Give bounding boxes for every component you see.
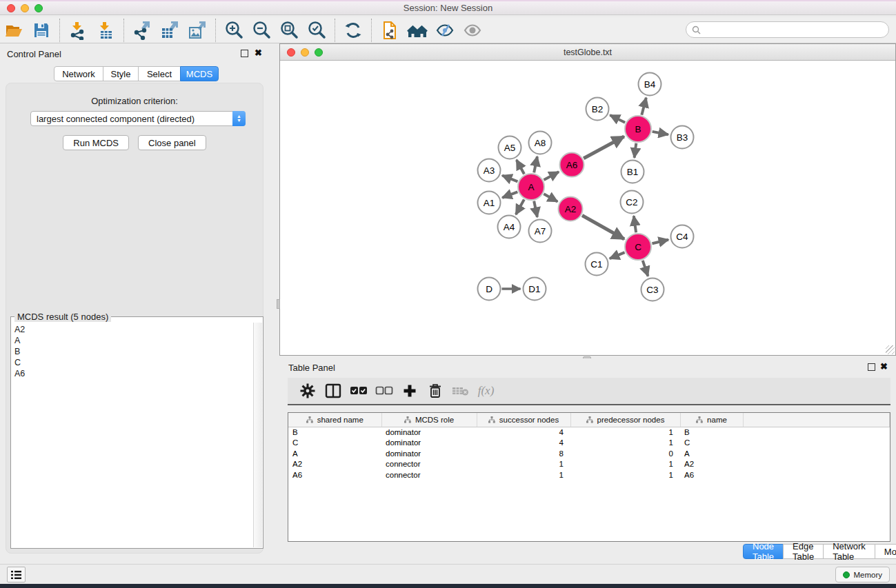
show-columns-button[interactable] bbox=[320, 381, 346, 401]
add-column-button[interactable] bbox=[397, 381, 422, 401]
table-row[interactable]: Adominator80A bbox=[288, 448, 890, 459]
show-graphics-details-button[interactable] bbox=[431, 19, 459, 41]
graph-edge-C-C1[interactable] bbox=[610, 252, 625, 258]
graph-node-A6[interactable]: A6 bbox=[560, 153, 584, 177]
cell-predecessor-nodes[interactable]: 1 bbox=[570, 438, 680, 449]
cell-shared-name[interactable]: A bbox=[288, 448, 381, 459]
close-panel-button[interactable]: Close panel bbox=[138, 135, 206, 150]
split-divider-grip[interactable] bbox=[277, 299, 280, 309]
table-row[interactable]: Cdominator41C bbox=[288, 438, 890, 449]
cell-MCDS-role[interactable]: dominator bbox=[381, 427, 477, 438]
network-graph[interactable]: B4B2BB3A8A5A6A3B1AC2A1A2A4A7C4CC1DD1C3 bbox=[280, 61, 895, 355]
cell-shared-name[interactable]: A2 bbox=[288, 459, 381, 470]
graph-node-B3[interactable]: B3 bbox=[671, 126, 694, 149]
mcds-result-item[interactable]: B bbox=[12, 346, 252, 357]
cell-shared-name[interactable]: B bbox=[288, 427, 381, 438]
cell-successor-nodes[interactable]: 1 bbox=[477, 459, 570, 470]
graph-node-B[interactable]: B bbox=[625, 116, 651, 142]
node-table[interactable]: shared nameMCDS rolesuccessor nodesprede… bbox=[288, 412, 890, 542]
graph-node-B2[interactable]: B2 bbox=[586, 98, 609, 121]
import-table-button[interactable] bbox=[92, 19, 119, 41]
select-all-columns-button[interactable] bbox=[346, 381, 371, 401]
column-header-shared-name[interactable]: shared name bbox=[288, 413, 381, 427]
close-table-panel-icon[interactable]: ✖ bbox=[880, 361, 888, 372]
mcds-result-item[interactable]: A6 bbox=[12, 368, 252, 379]
search-field[interactable] bbox=[686, 21, 889, 38]
cell-name[interactable]: A6 bbox=[680, 469, 743, 480]
graph-node-A8[interactable]: A8 bbox=[529, 132, 552, 154]
graph-edge-C-C3[interactable] bbox=[643, 261, 648, 276]
cell-MCDS-role[interactable]: dominator bbox=[381, 448, 477, 459]
graph-edge-B-B4[interactable] bbox=[641, 98, 646, 115]
tab-edge-table[interactable]: Edge Table bbox=[783, 544, 824, 559]
graph-node-A4[interactable]: A4 bbox=[498, 216, 521, 239]
cell-name[interactable]: C bbox=[680, 438, 743, 449]
run-mcds-button[interactable]: Run MCDS bbox=[63, 135, 129, 150]
cell-predecessor-nodes[interactable]: 1 bbox=[570, 469, 680, 480]
table-settings-button[interactable] bbox=[295, 381, 320, 401]
graph-edge-A-A5[interactable] bbox=[517, 160, 524, 174]
zoom-in-button[interactable] bbox=[220, 19, 248, 41]
network-window-titlebar[interactable]: testGlobe.txt bbox=[280, 44, 895, 61]
cell-predecessor-nodes[interactable]: 1 bbox=[570, 427, 680, 438]
float-table-panel-icon[interactable] bbox=[868, 363, 875, 371]
tab-select[interactable]: Select bbox=[138, 66, 181, 81]
column-header-successor-nodes[interactable]: successor nodes bbox=[477, 413, 570, 427]
search-input[interactable] bbox=[704, 25, 888, 34]
home-button[interactable] bbox=[404, 19, 431, 41]
show-panels-button[interactable] bbox=[7, 567, 26, 582]
export-network-button[interactable] bbox=[128, 19, 156, 41]
save-session-button[interactable] bbox=[28, 19, 55, 41]
memory-button[interactable]: Memory bbox=[835, 567, 890, 582]
graph-edge-A-A8[interactable] bbox=[534, 156, 537, 172]
graph-edge-B-B1[interactable] bbox=[635, 143, 637, 158]
graph-edge-B-B2[interactable] bbox=[610, 115, 625, 123]
graph-edge-A-A7[interactable] bbox=[534, 201, 537, 217]
close-panel-icon[interactable]: ✖ bbox=[255, 48, 262, 58]
criterion-select[interactable]: largest connected component (directed) ▲… bbox=[30, 111, 246, 126]
export-image-button[interactable] bbox=[183, 19, 211, 41]
cell-successor-nodes[interactable]: 4 bbox=[477, 427, 570, 438]
graph-node-D[interactable]: D bbox=[478, 278, 501, 301]
cell-shared-name[interactable]: A6 bbox=[288, 469, 381, 480]
network-canvas[interactable]: B4B2BB3A8A5A6A3B1AC2A1A2A4A7C4CC1DD1C3 bbox=[280, 61, 895, 355]
tab-motifs[interactable]: Motifs bbox=[875, 544, 896, 559]
graph-node-C3[interactable]: C3 bbox=[641, 278, 664, 301]
graph-edge-A2-C[interactable] bbox=[582, 216, 624, 239]
cell-MCDS-role[interactable]: connector bbox=[381, 469, 477, 480]
graph-node-A7[interactable]: A7 bbox=[529, 220, 552, 243]
graph-node-A[interactable]: A bbox=[518, 174, 544, 200]
zoom-selected-button[interactable] bbox=[303, 19, 330, 41]
graph-node-D1[interactable]: D1 bbox=[524, 278, 546, 301]
tab-node-table[interactable]: Node Table bbox=[743, 544, 784, 559]
cell-successor-nodes[interactable]: 4 bbox=[477, 438, 570, 449]
graph-edge-A-A4[interactable] bbox=[516, 199, 524, 214]
graph-node-C1[interactable]: C1 bbox=[586, 253, 608, 276]
graph-node-C2[interactable]: C2 bbox=[621, 191, 644, 214]
graph-node-A5[interactable]: A5 bbox=[499, 136, 521, 159]
graph-node-C[interactable]: C bbox=[625, 234, 651, 260]
result-scrollbar[interactable] bbox=[253, 323, 262, 547]
table-row[interactable]: Bdominator41B bbox=[288, 427, 890, 438]
network-from-file-button[interactable] bbox=[376, 19, 404, 41]
table-row[interactable]: A6connector11A6 bbox=[288, 469, 890, 480]
zoom-out-button[interactable] bbox=[248, 19, 275, 41]
mcds-result-item[interactable]: C bbox=[12, 357, 252, 368]
column-header-MCDS-role[interactable]: MCDS role bbox=[381, 413, 477, 427]
import-network-button[interactable] bbox=[64, 19, 92, 41]
float-panel-icon[interactable] bbox=[241, 50, 248, 57]
cell-MCDS-role[interactable]: connector bbox=[381, 459, 477, 470]
zoom-fit-button[interactable] bbox=[275, 19, 303, 41]
graph-node-A1[interactable]: A1 bbox=[478, 192, 501, 214]
graph-edge-C-C4[interactable] bbox=[652, 240, 668, 244]
graph-edge-A-A2[interactable] bbox=[544, 194, 557, 201]
graph-node-A2[interactable]: A2 bbox=[559, 197, 583, 221]
table-row[interactable]: A2connector11A2 bbox=[288, 459, 890, 470]
cell-predecessor-nodes[interactable]: 1 bbox=[570, 459, 680, 470]
cell-MCDS-role[interactable]: dominator bbox=[381, 438, 477, 449]
delete-column-button[interactable] bbox=[422, 381, 448, 401]
tab-network[interactable]: Network bbox=[54, 66, 103, 81]
mcds-result-item[interactable]: A bbox=[12, 335, 252, 346]
graph-node-C4[interactable]: C4 bbox=[671, 225, 694, 248]
graph-edge-A-A6[interactable] bbox=[544, 172, 559, 180]
